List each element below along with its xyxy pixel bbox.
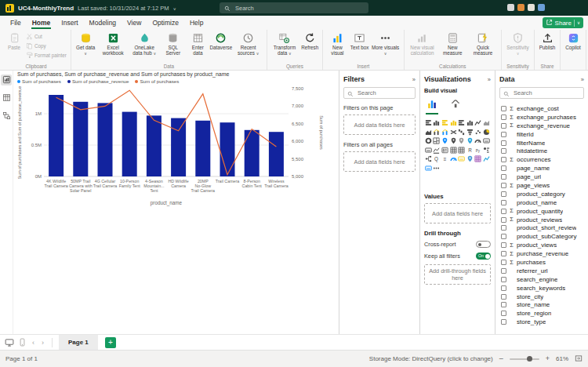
add-page-button[interactable]: + bbox=[105, 337, 116, 348]
collapse-pane-icon[interactable]: » bbox=[488, 76, 491, 83]
zoom-out-button[interactable]: – bbox=[499, 355, 503, 362]
field-checkbox[interactable] bbox=[501, 157, 506, 162]
treemap-icon[interactable] bbox=[433, 136, 441, 146]
field-store_city[interactable]: store_city bbox=[499, 293, 584, 301]
field-checkbox[interactable] bbox=[501, 268, 506, 274]
clustered-column-chart-icon[interactable] bbox=[449, 118, 458, 128]
collapse-pane-icon[interactable]: » bbox=[412, 76, 416, 83]
badge-icon[interactable] bbox=[507, 4, 514, 11]
stacked-area-chart-icon[interactable] bbox=[424, 128, 433, 137]
field-store_type[interactable]: store_type bbox=[499, 318, 584, 326]
slicer-icon[interactable] bbox=[441, 146, 449, 155]
menu-tab-optimize[interactable]: Optimize bbox=[147, 17, 184, 29]
filters-search[interactable] bbox=[343, 87, 416, 99]
ribbon-enter-data-button[interactable]: Enter data bbox=[186, 31, 209, 56]
field-page_url[interactable]: page_url bbox=[499, 173, 584, 181]
field-page_name[interactable]: page_name bbox=[499, 164, 584, 173]
next-page-icon[interactable]: › bbox=[40, 339, 45, 347]
table-icon[interactable] bbox=[449, 146, 458, 155]
field-search_engine[interactable]: search_engine bbox=[499, 275, 584, 284]
field-checkbox[interactable] bbox=[501, 277, 506, 282]
field-checkbox[interactable] bbox=[501, 285, 506, 291]
100-stacked-column-chart-icon[interactable] bbox=[466, 118, 474, 128]
pie-chart-icon[interactable] bbox=[482, 128, 491, 137]
field-search_keywords[interactable]: search_keywords bbox=[499, 284, 584, 293]
new-card-icon[interactable] bbox=[424, 164, 433, 173]
fit-to-page-icon[interactable] bbox=[575, 354, 583, 364]
ribbon-dataverse-button[interactable]: Dataverse bbox=[209, 31, 232, 51]
gauge-icon[interactable] bbox=[474, 136, 483, 146]
collapse-pane-icon[interactable]: » bbox=[581, 76, 584, 83]
azure-map-icon[interactable] bbox=[466, 136, 474, 146]
menu-tab-home[interactable]: Home bbox=[27, 17, 56, 29]
power-apps-icon[interactable] bbox=[474, 154, 483, 164]
multi-row-card-icon[interactable] bbox=[424, 146, 433, 155]
field-checkbox[interactable] bbox=[501, 217, 506, 223]
shape-map-icon[interactable] bbox=[457, 136, 466, 146]
field-product_quantity[interactable]: Σproduct_quantity bbox=[499, 207, 584, 216]
badge-icon[interactable] bbox=[528, 4, 535, 11]
kpi-icon[interactable] bbox=[433, 146, 441, 155]
zoom-in-button[interactable]: + bbox=[546, 355, 550, 362]
format-visual-tab[interactable] bbox=[449, 96, 462, 114]
zoom-slider[interactable] bbox=[510, 358, 539, 360]
cross-report-toggle[interactable] bbox=[476, 241, 491, 248]
field-checkbox[interactable] bbox=[501, 114, 506, 120]
report-canvas[interactable]: Sum of purchases, Sum of purchase_revenu… bbox=[13, 71, 339, 334]
line-and-stacked-column-chart-icon[interactable] bbox=[433, 128, 441, 137]
field-checkbox[interactable] bbox=[501, 311, 506, 316]
field-store_name[interactable]: store_name bbox=[499, 300, 584, 309]
matrix-icon[interactable] bbox=[457, 146, 466, 155]
data-search-input[interactable] bbox=[512, 89, 580, 97]
stacked-bar-chart-icon[interactable] bbox=[424, 118, 433, 128]
ribbon-more-visuals-button[interactable]: More visuals ∨ bbox=[370, 31, 401, 57]
field-checkbox[interactable] bbox=[501, 294, 506, 300]
ribbon-new-visual-button[interactable]: New visual bbox=[325, 31, 349, 56]
100-stacked-bar-chart-icon[interactable] bbox=[457, 118, 466, 128]
desktop-view-icon[interactable] bbox=[5, 338, 14, 347]
field-page_views[interactable]: Σpage_views bbox=[499, 181, 584, 190]
field-checkbox[interactable] bbox=[501, 132, 506, 137]
menu-tab-file[interactable]: File bbox=[5, 17, 27, 29]
field-purchase_revenue[interactable]: Σpurchase_revenue bbox=[499, 249, 584, 258]
model-view-button[interactable] bbox=[1, 111, 12, 122]
field-occurrences[interactable]: Σoccurrences bbox=[499, 155, 584, 164]
field-exchange_revenue[interactable]: Σexchange_revenue bbox=[499, 122, 584, 130]
ribbon-text-box-button[interactable]: Text box bbox=[350, 31, 370, 51]
badge-icon[interactable] bbox=[517, 4, 524, 11]
line-chart-icon[interactable] bbox=[474, 118, 483, 128]
prev-page-icon[interactable]: ‹ bbox=[31, 339, 36, 347]
field-product_name[interactable]: product_name bbox=[499, 198, 584, 207]
ribbon-get-data-button[interactable]: Get data ∨ bbox=[74, 31, 97, 57]
map-icon[interactable] bbox=[441, 136, 449, 146]
menu-tab-insert[interactable]: Insert bbox=[56, 17, 83, 29]
page-tab[interactable]: Page 1 bbox=[59, 335, 98, 350]
funnel-chart-icon[interactable] bbox=[466, 128, 474, 137]
ribbon-format-painter-button[interactable]: Format painter bbox=[24, 52, 68, 59]
table-view-button[interactable] bbox=[1, 93, 12, 104]
ribbon-refresh-button[interactable]: Refresh bbox=[299, 31, 320, 51]
field-purchases[interactable]: Σpurchases bbox=[499, 258, 584, 267]
arcgis-map-icon[interactable] bbox=[466, 154, 474, 164]
line-clustered-column-visual[interactable]: Sum of purchases, Sum of purchase_revenu… bbox=[16, 71, 337, 236]
legend-item[interactable]: Sum of purchases bbox=[135, 78, 179, 84]
menu-tab-view[interactable]: View bbox=[122, 17, 147, 29]
ribbon-publish-button[interactable]: Publish bbox=[537, 31, 557, 51]
field-checkbox[interactable] bbox=[501, 302, 506, 307]
field-checkbox[interactable] bbox=[501, 209, 506, 214]
field-exchange_cost[interactable]: Σexchange_cost bbox=[499, 104, 584, 113]
chevron-down-icon[interactable]: ∨ bbox=[577, 20, 580, 25]
ribbon-recent-sources-button[interactable]: Recent sources ∨ bbox=[233, 31, 264, 57]
filters-all-pages-well[interactable]: Add data fields here bbox=[343, 151, 416, 172]
smart-narrative-icon[interactable]: ≡ bbox=[441, 154, 449, 164]
ribbon-sql-server-button[interactable]: SQL Server bbox=[160, 31, 186, 56]
legend-item[interactable]: Sum of purchases bbox=[17, 78, 61, 84]
field-product_short_review[interactable]: product_short_review bbox=[499, 223, 584, 232]
ribbon-new-measure-button[interactable]: New measure bbox=[438, 31, 467, 56]
field-checkbox[interactable] bbox=[501, 140, 506, 146]
field-checkbox[interactable] bbox=[501, 200, 506, 205]
ribbon-sensitivity-button[interactable]: Sensitivity ∨ bbox=[504, 31, 532, 57]
field-checkbox[interactable] bbox=[501, 251, 506, 256]
field-checkbox[interactable] bbox=[501, 123, 506, 129]
ribbon-onelake-data-hub-button[interactable]: OneLake data hub ∨ bbox=[129, 31, 160, 57]
